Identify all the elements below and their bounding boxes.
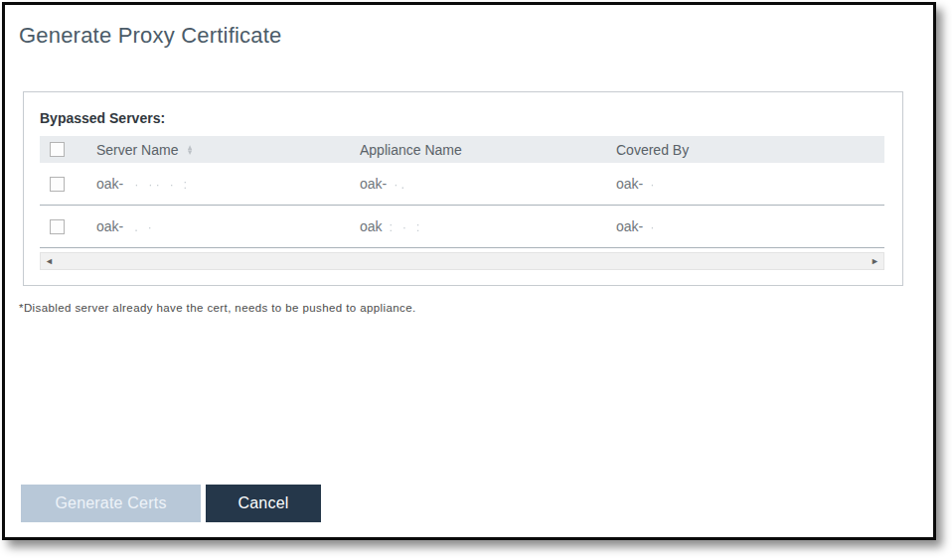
bypassed-servers-panel: Bypassed Servers: Server Name ▲ ▼ Applia… <box>23 91 903 286</box>
appliance-name-cell: oak- ·. <box>360 176 616 192</box>
column-header-appliance-name[interactable]: Appliance Name <box>360 142 616 158</box>
sort-icon[interactable]: ▲ ▼ <box>187 145 194 155</box>
scroll-left-icon[interactable]: ◄ <box>41 253 58 269</box>
row-checkbox[interactable] <box>50 177 65 192</box>
redacted-text: . · <box>134 219 155 234</box>
redacted-text: · ·· · : <box>134 177 190 192</box>
bypassed-servers-label: Bypassed Servers: <box>40 110 165 126</box>
server-name-cell: oak- . · <box>79 218 360 234</box>
table-header-row: Server Name ▲ ▼ Appliance Name Covered B… <box>40 136 884 163</box>
appliance-name-cell: oak : · : <box>360 218 616 234</box>
cancel-button[interactable]: Cancel <box>206 485 321 522</box>
redacted-text: ·. <box>394 177 407 192</box>
redacted-text: · <box>650 177 657 192</box>
bypassed-servers-table: Server Name ▲ ▼ Appliance Name Covered B… <box>40 136 884 248</box>
server-name-cell: oak- · ·· · : <box>79 176 360 192</box>
generate-certs-button[interactable]: Generate Certs <box>21 485 201 522</box>
select-all-checkbox[interactable] <box>50 142 65 157</box>
dialog-window: Generate Proxy Certificate Bypassed Serv… <box>2 2 936 540</box>
footnote-text: *Disabled server already have the cert, … <box>19 302 416 314</box>
column-header-server-name[interactable]: Server Name ▲ ▼ <box>79 142 360 158</box>
redacted-text: : · : <box>389 219 422 234</box>
appliance-name-header-label: Appliance Name <box>360 142 462 158</box>
row-checkbox-cell <box>40 177 79 192</box>
page-title: Generate Proxy Certificate <box>19 23 281 49</box>
server-name-header-label: Server Name <box>96 142 178 158</box>
covered-by-cell: oak- · <box>616 176 884 192</box>
action-button-row: Generate Certs Cancel <box>21 485 321 522</box>
row-checkbox[interactable] <box>50 219 65 234</box>
covered-by-cell: oak- · <box>616 218 884 234</box>
table-row: oak- . · oak : · : oak- · <box>40 206 884 248</box>
table-row: oak- · ·· · : oak- ·. oak- · <box>40 163 884 206</box>
horizontal-scrollbar[interactable]: ◄ ► <box>40 252 884 270</box>
row-checkbox-cell <box>40 219 79 234</box>
scroll-right-icon[interactable]: ► <box>867 253 883 269</box>
redacted-text: · <box>650 219 657 234</box>
column-header-covered-by: Covered By <box>616 142 884 158</box>
header-checkbox-cell <box>40 142 79 157</box>
covered-by-header-label: Covered By <box>616 142 689 158</box>
